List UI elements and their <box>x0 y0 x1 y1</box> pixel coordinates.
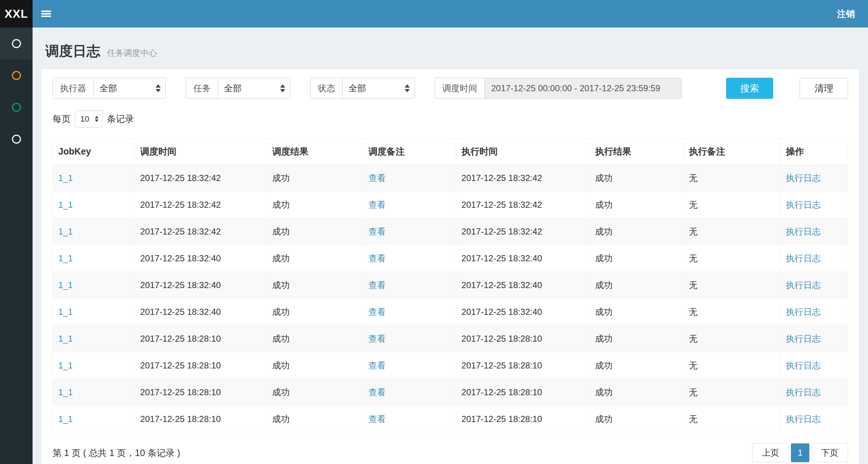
exec-log-link[interactable]: 执行日志 <box>786 387 821 397</box>
exec-result-cell: 成功 <box>589 325 683 352</box>
table-header-row: JobKey 调度时间 调度结果 调度备注 执行时间 执行结果 执行备注 操作 <box>53 139 848 165</box>
dispatch-time-cell: 2017-12-25 18:28:10 <box>135 325 267 352</box>
exec-remark-cell: 无 <box>683 406 780 433</box>
view-remark-link[interactable]: 查看 <box>368 280 386 290</box>
exec-time-cell: 2017-12-25 18:32:42 <box>456 218 589 245</box>
table-row: 1_1 2017-12-25 18:28:10 成功 查看 2017-12-25… <box>53 406 848 433</box>
exec-result-cell: 成功 <box>589 379 683 406</box>
dispatch-remark-cell: 查看 <box>363 218 456 245</box>
jobkey-link[interactable]: 1_1 <box>58 280 73 290</box>
jobkey-cell: 1_1 <box>53 299 135 325</box>
page-size-select[interactable]: 10 <box>75 110 102 127</box>
table-row: 1_1 2017-12-25 18:28:10 成功 查看 2017-12-25… <box>53 379 848 406</box>
page-subtitle: 任务调度中心 <box>107 48 157 58</box>
table-row: 1_1 2017-12-25 18:32:42 成功 查看 2017-12-25… <box>53 165 848 191</box>
next-page-button[interactable]: 下页 <box>811 443 848 462</box>
status-select[interactable]: 全部 <box>342 78 415 99</box>
page-title: 调度日志 <box>45 43 100 59</box>
view-remark-link[interactable]: 查看 <box>368 227 386 236</box>
dispatch-result-cell: 成功 <box>266 299 363 325</box>
exec-log-link[interactable]: 执行日志 <box>786 307 821 317</box>
exec-log-link[interactable]: 执行日志 <box>786 360 821 370</box>
jobkey-link[interactable]: 1_1 <box>58 227 73 236</box>
action-cell: 执行日志 <box>780 325 848 352</box>
exec-remark-cell: 无 <box>683 299 780 325</box>
view-remark-link[interactable]: 查看 <box>368 307 386 317</box>
dispatch-time-cell: 2017-12-25 18:32:40 <box>135 245 267 272</box>
exec-log-link[interactable]: 执行日志 <box>786 227 821 236</box>
table-row: 1_1 2017-12-25 18:32:40 成功 查看 2017-12-25… <box>53 272 848 299</box>
column-header-exec-result: 执行结果 <box>589 139 683 165</box>
page-number-button[interactable]: 1 <box>791 443 809 462</box>
job-select[interactable]: 全部 <box>218 78 290 99</box>
clear-button[interactable]: 清理 <box>800 78 848 99</box>
exec-log-link[interactable]: 执行日志 <box>786 173 821 183</box>
dispatch-remark-cell: 查看 <box>363 245 456 272</box>
sidebar-item-2[interactable] <box>0 59 33 91</box>
exec-log-link[interactable]: 执行日志 <box>786 334 821 343</box>
dispatch-result-cell: 成功 <box>266 165 363 191</box>
exec-result-cell: 成功 <box>589 165 683 191</box>
jobkey-link[interactable]: 1_1 <box>58 387 73 397</box>
view-remark-link[interactable]: 查看 <box>368 360 386 370</box>
dispatch-remark-cell: 查看 <box>363 272 456 299</box>
view-remark-link[interactable]: 查看 <box>368 173 386 183</box>
exec-time-cell: 2017-12-25 18:32:40 <box>456 272 589 299</box>
exec-time-cell: 2017-12-25 18:32:40 <box>456 245 589 272</box>
table-row: 1_1 2017-12-25 18:32:42 成功 查看 2017-12-25… <box>53 191 848 218</box>
sidebar <box>0 28 33 464</box>
column-header-dispatch-time: 调度时间 <box>135 139 267 165</box>
exec-result-cell: 成功 <box>589 406 683 433</box>
prev-page-button[interactable]: 上页 <box>752 443 789 462</box>
exec-log-link[interactable]: 执行日志 <box>786 253 821 263</box>
select-stepper-icon <box>405 84 410 92</box>
sidebar-item-4[interactable] <box>0 123 33 155</box>
status-filter-group: 状态 全部 <box>310 78 415 99</box>
jobkey-link[interactable]: 1_1 <box>58 414 73 424</box>
jobkey-link[interactable]: 1_1 <box>58 334 73 343</box>
logout-link[interactable]: 注销 <box>824 0 868 28</box>
exec-time-cell: 2017-12-25 18:28:10 <box>456 352 589 379</box>
exec-time-cell: 2017-12-25 18:32:42 <box>456 165 589 191</box>
dispatch-result-cell: 成功 <box>266 352 363 379</box>
view-remark-link[interactable]: 查看 <box>368 387 386 397</box>
dispatch-result-cell: 成功 <box>266 245 363 272</box>
jobkey-link[interactable]: 1_1 <box>58 253 73 263</box>
action-cell: 执行日志 <box>780 165 848 191</box>
jobkey-cell: 1_1 <box>53 191 135 218</box>
view-remark-link[interactable]: 查看 <box>368 253 386 263</box>
content-wrapper: 调度日志 任务调度中心 执行器 全部 任务 全部 状态 <box>33 0 868 464</box>
view-remark-link[interactable]: 查看 <box>368 414 386 424</box>
dispatch-remark-cell: 查看 <box>363 299 456 325</box>
exec-log-link[interactable]: 执行日志 <box>786 414 821 424</box>
sidebar-item-3[interactable] <box>0 91 33 123</box>
dispatch-remark-cell: 查看 <box>363 191 456 218</box>
table-row: 1_1 2017-12-25 18:32:40 成功 查看 2017-12-25… <box>53 245 848 272</box>
status-select-value: 全部 <box>349 83 366 94</box>
jobkey-link[interactable]: 1_1 <box>58 200 73 210</box>
table-footer: 第 1 页 ( 总共 1 页，10 条记录 ) 上页 1 下页 <box>52 443 848 462</box>
executor-filter-label: 执行器 <box>52 78 93 99</box>
jobkey-cell: 1_1 <box>53 406 135 433</box>
exec-log-link[interactable]: 执行日志 <box>786 200 821 210</box>
executor-select[interactable]: 全部 <box>93 78 166 99</box>
view-remark-link[interactable]: 查看 <box>368 334 386 343</box>
app-logo[interactable]: XXL <box>0 0 33 28</box>
dispatch-result-cell: 成功 <box>266 379 363 406</box>
exec-log-link[interactable]: 执行日志 <box>786 280 821 290</box>
jobkey-link[interactable]: 1_1 <box>58 173 73 183</box>
dispatch-remark-cell: 查看 <box>363 379 456 406</box>
action-cell: 执行日志 <box>780 406 848 433</box>
dispatch-time-cell: 2017-12-25 18:28:10 <box>135 352 267 379</box>
jobkey-link[interactable]: 1_1 <box>58 307 73 317</box>
exec-remark-cell: 无 <box>683 191 780 218</box>
log-table-body: 1_1 2017-12-25 18:32:42 成功 查看 2017-12-25… <box>53 165 848 433</box>
jobkey-link[interactable]: 1_1 <box>58 360 73 370</box>
sidebar-item-1[interactable] <box>0 28 33 59</box>
view-remark-link[interactable]: 查看 <box>368 200 386 210</box>
dispatch-time-cell: 2017-12-25 18:32:42 <box>135 191 267 218</box>
sidebar-toggle-button[interactable] <box>33 0 59 28</box>
table-row: 1_1 2017-12-25 18:28:10 成功 查看 2017-12-25… <box>53 352 848 379</box>
search-button[interactable]: 搜索 <box>726 78 773 99</box>
time-range-input[interactable] <box>484 78 682 99</box>
